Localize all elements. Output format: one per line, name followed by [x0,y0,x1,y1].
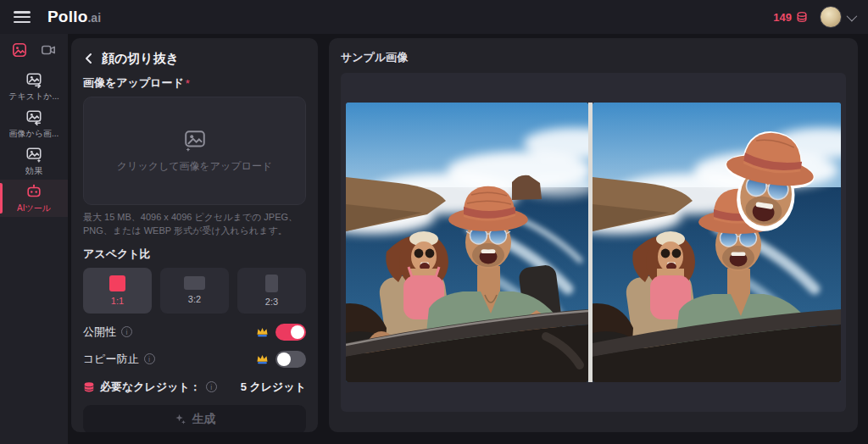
aspect-ratio-3-2[interactable]: 3:2 [160,268,229,314]
chevron-down-icon [847,10,858,21]
ratio-shape-portrait [265,275,278,292]
effects-icon [25,146,42,163]
top-bar: Pollo .ai 149 [0,0,868,34]
menu-icon[interactable] [14,11,31,23]
ratio-label: 2:3 [265,297,278,307]
sample-image-area [341,73,846,412]
visibility-setting-row: 公開性 i [83,324,306,341]
sample-photo-face-cutout [593,103,841,382]
upload-hint: 最大 15 MB、4096 x 4096 ピクセルまでの JPEG、PNG、また… [83,211,306,238]
premium-crown-icon [256,353,269,364]
aspect-ratio-2-3[interactable]: 2:3 [237,268,306,314]
copy-protection-label: コピー防止 [83,352,139,367]
sample-title: サンプル画像 [341,50,846,65]
sidebar-item-label: テキストか... [8,91,59,103]
sidebar-item-label: AIツール [17,203,51,214]
image-upload-dropzone[interactable]: クリックして画像をアップロード [83,97,306,205]
logo-suffix: .ai [87,11,101,25]
generate-label: 生成 [192,412,216,427]
tool-settings-panel: 顔の切り抜き 画像をアップロード * クリックして画像をアップロード 最大 15… [71,38,318,432]
ai-tools-icon [25,183,42,200]
sparkle-icon [174,413,186,425]
upload-image-icon [183,128,207,152]
sample-panel: サンプル画像 [329,38,858,432]
sidebar-item-label: 効果 [25,165,42,177]
ratio-shape-landscape [184,276,205,290]
ratio-label: 1:1 [111,296,124,306]
required-credits-row: 必要なクレジット： i 5 クレジット [83,379,306,396]
image-mode-icon[interactable] [12,42,27,58]
coin-icon [796,11,808,23]
required-credits-value: 5 クレジット [241,380,306,395]
sidebar-item-label: 画像から画... [9,128,59,140]
back-chevron-icon[interactable] [83,53,95,64]
aspect-ratio-label: アスペクト比 [83,247,306,262]
visibility-label: 公開性 [83,325,116,340]
required-credits-label: 必要なクレジット： [100,380,201,395]
avatar [820,6,842,28]
premium-crown-icon [256,326,269,337]
sidebar-item-text-to-image[interactable]: テキストか... [0,68,68,105]
aspect-ratio-options: 1:1 3:2 2:3 [83,268,306,314]
upload-label: 画像をアップロード [83,75,184,91]
image-to-image-icon [25,108,42,125]
info-icon[interactable]: i [206,381,217,392]
aspect-ratio-1-1[interactable]: 1:1 [83,268,152,314]
text-to-image-icon [25,71,42,88]
credit-coin-icon [83,381,95,393]
visibility-toggle[interactable] [275,324,306,341]
sidebar: テキストか... 画像から画... 効果 AIツール [0,34,68,444]
video-mode-icon[interactable] [41,42,56,58]
copy-protection-toggle[interactable] [275,351,306,368]
ratio-label: 3:2 [188,294,201,304]
credits-balance[interactable]: 149 [773,11,808,24]
info-icon[interactable]: i [144,353,155,364]
credits-count: 149 [773,11,792,24]
logo-primary: Pollo [47,8,87,26]
app-logo[interactable]: Pollo .ai [47,8,101,26]
account-menu[interactable] [820,6,854,28]
sample-photo-original [346,103,588,382]
upload-placeholder: クリックして画像をアップロード [117,159,272,174]
back-header[interactable]: 顔の切り抜き [83,49,306,68]
sidebar-item-effects[interactable]: 効果 [0,142,68,180]
sidebar-item-image-to-image[interactable]: 画像から画... [0,105,68,142]
page-title: 顔の切り抜き [102,51,179,67]
copy-protection-setting-row: コピー防止 i [83,351,306,368]
ratio-shape-square [109,275,125,291]
generate-button[interactable]: 生成 [83,405,306,432]
sidebar-item-ai-tools[interactable]: AIツール [0,180,68,217]
info-icon[interactable]: i [121,326,132,337]
required-mark: * [186,77,190,90]
